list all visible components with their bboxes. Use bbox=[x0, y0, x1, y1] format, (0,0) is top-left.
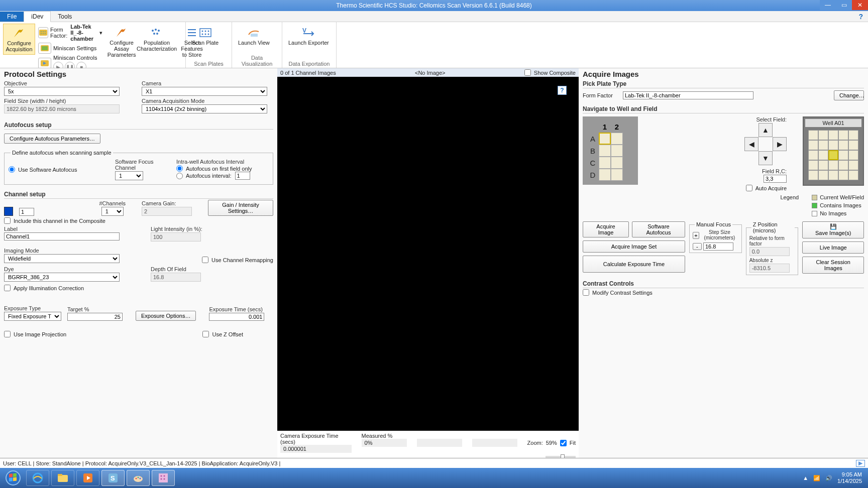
save-images-button[interactable]: 💾Save Image(s) bbox=[802, 221, 864, 238]
tray-sound-icon[interactable]: 🔊 bbox=[825, 475, 832, 481]
configure-acquisition-button[interactable]: Configure Acquisition bbox=[3, 24, 35, 55]
population-button[interactable]: Population Characterization bbox=[141, 24, 173, 54]
nav-up-icon[interactable]: ▲ bbox=[758, 123, 773, 137]
wrench-orange-icon bbox=[113, 26, 130, 40]
configure-assay-button[interactable]: Configure Assay Parameters bbox=[105, 24, 138, 60]
acquire-image-set-button[interactable]: Acquire Image Set bbox=[583, 240, 685, 253]
field-nav-arrows: ▲ ◀▶ ▼ bbox=[744, 123, 787, 165]
autofocus-first-field-radio[interactable]: Autofocus on first field only bbox=[176, 165, 269, 172]
autofocus-interval-radio[interactable]: Autofocus interval: bbox=[176, 172, 269, 180]
svg-rect-18 bbox=[200, 29, 211, 37]
exposure-type-select[interactable]: Fixed Exposure Time bbox=[4, 312, 61, 321]
zoom-label: Zoom: bbox=[527, 440, 543, 446]
focus-down-button[interactable]: - bbox=[693, 243, 702, 250]
use-software-autofocus-radio[interactable]: Use Software Autofocus bbox=[9, 166, 109, 173]
current-channel-input[interactable] bbox=[19, 208, 34, 216]
focus-up-button[interactable]: + bbox=[693, 232, 699, 239]
well-A2[interactable] bbox=[611, 133, 623, 145]
exposure-options-button[interactable]: Exposure Options… bbox=[136, 311, 196, 321]
tray-up-icon[interactable]: ▲ bbox=[803, 475, 808, 481]
tab-idev[interactable]: iDev bbox=[24, 11, 51, 22]
calc-exposure-button[interactable]: Calculate Exposure Time bbox=[583, 256, 685, 273]
target-pct-input[interactable] bbox=[67, 313, 123, 321]
live-image-button[interactable]: Live Image bbox=[802, 241, 864, 254]
miniscan-controls-icon[interactable] bbox=[38, 58, 51, 69]
fit-checkbox[interactable]: Fit bbox=[560, 440, 576, 446]
taskbar-clock[interactable]: 9:05 AM 1/14/2025 bbox=[837, 471, 862, 484]
apply-illumination-checkbox[interactable]: Apply Illumination Correction bbox=[4, 285, 84, 291]
well-D2[interactable] bbox=[611, 169, 623, 181]
change-plate-button[interactable]: Change… bbox=[834, 90, 864, 100]
clear-session-button[interactable]: Clear Session Images bbox=[802, 257, 864, 274]
nav-down-icon[interactable]: ▼ bbox=[758, 151, 773, 165]
field-rc-input[interactable] bbox=[764, 175, 787, 183]
chevron-down-icon[interactable]: ▾ bbox=[99, 30, 102, 36]
channel-label-input[interactable] bbox=[4, 232, 120, 240]
well-C2[interactable] bbox=[611, 157, 623, 169]
camera-select[interactable]: X1 bbox=[142, 87, 267, 96]
well-A1[interactable] bbox=[599, 133, 611, 145]
configure-autofocus-button[interactable]: Configure Autofocus Parameters… bbox=[4, 134, 100, 144]
miniscan-settings-icon[interactable] bbox=[38, 43, 51, 54]
dye-select[interactable]: BGRFR_386_23 bbox=[4, 273, 120, 282]
well-D1[interactable] bbox=[599, 169, 611, 181]
taskbar-app1-icon[interactable]: S bbox=[101, 470, 125, 486]
window-maximize[interactable]: ▭ bbox=[836, 0, 852, 10]
taskbar-paint-icon[interactable] bbox=[127, 470, 150, 486]
taskbar-hcs-icon[interactable] bbox=[152, 470, 175, 486]
well-C1[interactable] bbox=[599, 157, 611, 169]
scan-plate-button[interactable]: Scan Plate bbox=[189, 24, 222, 48]
use-channel-remapping-checkbox[interactable]: Use Channel Remapping bbox=[202, 257, 273, 263]
objective-select[interactable]: 5x bbox=[4, 87, 120, 96]
help-icon[interactable]: ? bbox=[858, 13, 863, 21]
auto-acquire-checkbox[interactable]: Auto Acquire bbox=[746, 185, 787, 191]
svg-point-24 bbox=[207, 34, 209, 35]
launch-exporter-button[interactable]: VLaunch Exporter bbox=[285, 24, 332, 48]
show-composite-checkbox[interactable]: Show Composite bbox=[524, 69, 576, 76]
use-z-offset-checkbox[interactable]: Use Z Offset bbox=[202, 331, 243, 337]
imaging-mode-select[interactable]: Widefield bbox=[4, 254, 120, 263]
well-B1[interactable] bbox=[599, 145, 611, 157]
miniscan-settings-label[interactable]: Miniscan Settings bbox=[53, 45, 96, 51]
taskbar-media-icon[interactable] bbox=[76, 470, 99, 486]
step-size-input[interactable] bbox=[703, 242, 733, 251]
nav-left-icon[interactable]: ◀ bbox=[744, 137, 758, 151]
tab-tools[interactable]: Tools bbox=[51, 12, 79, 22]
num-channels-select[interactable]: 1 bbox=[101, 207, 124, 216]
exposure-time-input[interactable] bbox=[209, 313, 264, 321]
use-image-projection-checkbox[interactable]: Use Image Projection bbox=[4, 331, 66, 337]
gain-intensity-button[interactable]: Gain / Intensity Settings… bbox=[208, 200, 273, 216]
sfc-select[interactable]: 1 bbox=[115, 171, 143, 180]
well-B2[interactable] bbox=[611, 145, 623, 157]
include-composite-checkbox[interactable]: Include this channel in the Composite bbox=[4, 217, 105, 224]
acq-form-factor-input[interactable] bbox=[623, 91, 753, 99]
svg-point-44 bbox=[164, 475, 165, 477]
svg-point-43 bbox=[161, 475, 162, 477]
field-grid[interactable] bbox=[805, 127, 861, 183]
nav-right-icon[interactable]: ▶ bbox=[773, 137, 787, 151]
launch-view-button[interactable]: Launch View bbox=[235, 24, 273, 48]
statusbar-arrow-icon[interactable]: ▶ bbox=[856, 460, 865, 467]
taskbar-explorer-icon[interactable] bbox=[51, 470, 74, 486]
legend: Current Well/Field Contains Images No Im… bbox=[812, 194, 864, 216]
tab-file[interactable]: File bbox=[0, 12, 24, 22]
channel-color-swatch[interactable] bbox=[4, 207, 13, 216]
image-help-icon[interactable]: ? bbox=[558, 86, 567, 95]
plate-settings-icon[interactable] bbox=[38, 27, 48, 38]
modify-contrast-checkbox[interactable]: Modify Contrast Settings bbox=[583, 289, 653, 296]
autofocus-interval-input[interactable] bbox=[235, 172, 250, 180]
form-factor-value[interactable]: Lab-Tek II_-8-chamber bbox=[70, 24, 96, 42]
taskbar-ie-icon[interactable] bbox=[26, 470, 49, 486]
field-3-3[interactable] bbox=[828, 150, 838, 160]
cam-acq-mode-select[interactable]: 1104x1104 (2x2 binning) bbox=[142, 104, 267, 113]
acquire-image-button[interactable]: Acquire Image bbox=[583, 221, 629, 237]
start-button[interactable] bbox=[2, 469, 24, 487]
ribbon: Configure Acquisition Form Factor: Lab-T… bbox=[0, 22, 868, 68]
tray-network-icon[interactable]: 📶 bbox=[813, 475, 820, 481]
window-minimize[interactable]: — bbox=[820, 0, 836, 10]
software-autofocus-button[interactable]: Software Autofocus bbox=[632, 221, 685, 237]
image-canvas[interactable]: ? bbox=[277, 77, 579, 431]
manual-focus-fieldset: Manual Focus +Step Size (micrometers) - bbox=[689, 221, 742, 253]
plate-grid[interactable]: 12 A B C D bbox=[583, 116, 638, 185]
window-close[interactable]: ✕ bbox=[852, 0, 868, 10]
